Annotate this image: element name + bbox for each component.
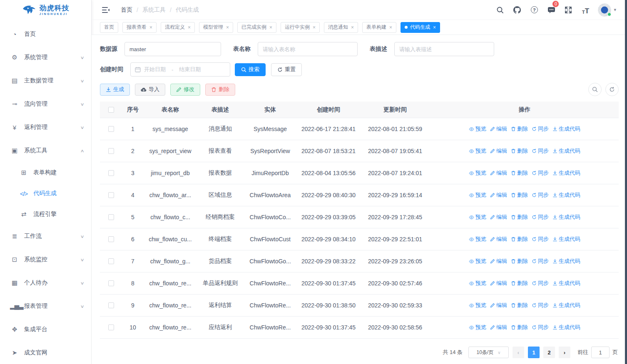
collapse-sidebar-icon[interactable] [102,6,110,14]
generate-code-link[interactable]: 生成代码 [552,169,580,177]
sync-link[interactable]: 同步 [532,147,549,155]
tab-process-def[interactable]: 流程定义 × [161,22,195,33]
row-checkbox[interactable] [108,324,114,330]
generate-code-link[interactable]: 生成代码 [552,302,580,309]
generate-code-link[interactable]: 生成代码 [552,191,580,199]
sync-link[interactable]: 同步 [532,302,549,309]
preview-link[interactable]: 预览 [469,235,486,243]
generate-code-link[interactable]: 生成代码 [552,125,580,133]
edit-link[interactable]: 编辑 [490,235,507,243]
row-checkbox[interactable] [108,236,114,242]
sidebar-item-rebate-mgmt[interactable]: ¥ 返利管理 ∨ [0,116,91,139]
generate-code-link[interactable]: 生成代码 [552,213,580,221]
row-checkbox[interactable] [108,170,114,176]
table-desc-input[interactable] [394,42,494,56]
row-checkbox[interactable] [108,280,114,286]
delete-link[interactable]: 删除 [511,324,528,331]
preview-link[interactable]: 预览 [469,191,486,199]
delete-link[interactable]: 删除 [511,258,528,265]
delete-link[interactable]: 删除 [511,191,528,199]
row-checkbox[interactable] [108,302,114,308]
modify-button[interactable]: 修改 [170,84,200,96]
row-checkbox[interactable] [108,258,114,264]
tab-finished-instances[interactable]: 已完成实例 × [237,22,276,33]
tab-code-gen[interactable]: 代码生成 × [401,22,440,33]
edit-link[interactable]: 编辑 [490,302,507,309]
close-tab-icon[interactable]: × [351,25,354,30]
message-icon[interactable]: 0 [547,5,556,15]
sync-link[interactable]: 同步 [532,280,549,287]
generate-code-link[interactable]: 生成代码 [552,280,580,287]
close-tab-icon[interactable]: × [433,25,436,30]
close-tab-icon[interactable]: × [226,25,229,30]
row-checkbox[interactable] [108,214,114,220]
edit-link[interactable]: 编辑 [490,324,507,331]
page-size-select[interactable]: 10条/页 ∨ [468,347,509,358]
generate-code-link[interactable]: 生成代码 [552,235,580,243]
row-checkbox[interactable] [108,148,114,154]
fullscreen-icon[interactable] [564,5,573,15]
generate-code-link[interactable]: 生成代码 [552,258,580,265]
prev-page-button[interactable]: ‹ [513,347,524,358]
delete-link[interactable]: 删除 [511,235,528,243]
next-page-button[interactable]: › [559,347,570,358]
reset-button[interactable]: 重置 [271,63,302,76]
edit-link[interactable]: 编辑 [490,147,507,155]
sidebar-item-system-mgmt[interactable]: ⚙ 系统管理 ∨ [0,46,91,69]
delete-link[interactable]: 删除 [511,147,528,155]
font-size-icon[interactable]: TT [581,5,590,15]
sync-link[interactable]: 同步 [532,213,549,221]
search-button[interactable]: 搜索 [235,63,266,76]
sidebar-item-master-data[interactable]: ▤ 主数据管理 ∨ [0,69,91,92]
select-all-checkbox[interactable] [108,107,114,113]
search-icon[interactable] [495,5,505,15]
sidebar-item-form-builder[interactable]: ⊞ 表单构建 [0,162,91,183]
sidebar-item-process-engine[interactable]: ⇄ 流程引擎 [0,204,91,225]
table-refresh-icon[interactable] [605,83,619,96]
close-tab-icon[interactable]: × [389,25,392,30]
delete-link[interactable]: 删除 [511,169,528,177]
tab-home[interactable]: 首页 [100,22,118,33]
sidebar-item-personal-todo[interactable]: ▦ 个人待办 ∨ [0,271,91,295]
edit-link[interactable]: 编辑 [490,213,507,221]
sync-link[interactable]: 同步 [532,235,549,243]
datasource-input[interactable] [124,42,221,56]
import-button[interactable]: 导入 [135,84,165,96]
preview-link[interactable]: 预览 [469,213,486,221]
goto-page-input[interactable] [591,347,610,358]
window-scrollbar[interactable] [625,0,627,364]
sidebar-item-official-site[interactable]: ➤ 成文官网 [0,341,91,364]
github-icon[interactable] [513,5,522,15]
close-tab-icon[interactable]: × [313,25,316,30]
edit-link[interactable]: 编辑 [490,258,507,265]
preview-link[interactable]: 预览 [469,125,486,133]
edit-link[interactable]: 编辑 [490,125,507,133]
sidebar-item-report-mgmt[interactable]: ▂▅▃ 报表管理 ∨ [0,295,91,318]
tab-message-notify[interactable]: 消息通知 × [324,22,358,33]
preview-link[interactable]: 预览 [469,258,486,265]
sidebar-item-system-monitor[interactable]: ⊡ 系统监控 ∨ [0,248,91,271]
sidebar-item-home[interactable]: ◔ 首页 [0,22,91,46]
avatar[interactable] [598,3,611,17]
generate-button[interactable]: 生成 [100,84,130,96]
help-icon[interactable]: ? [530,5,539,15]
caret-down-icon[interactable]: ▾ [614,7,616,12]
tab-report-view[interactable]: 报表查看 × [122,22,157,33]
preview-link[interactable]: 预览 [469,147,486,155]
sync-link[interactable]: 同步 [532,258,549,265]
sidebar-item-code-gen[interactable]: </> 代码生成 [0,183,91,204]
date-range-picker[interactable]: 开始日期 - 结束日期 [130,62,230,77]
sync-link[interactable]: 同步 [532,324,549,331]
sidebar-item-integration-platform[interactable]: ✥ 集成平台 [0,318,91,341]
user-menu[interactable]: ▾ [598,3,616,17]
delete-link[interactable]: 删除 [511,213,528,221]
close-tab-icon[interactable]: × [188,25,191,30]
delete-link[interactable]: 删除 [511,280,528,287]
sidebar-item-workflow[interactable]: ≣ 工作流 ∨ [0,225,91,248]
page-button-1[interactable]: 1 [528,347,540,358]
delete-button[interactable]: 删除 [205,84,235,96]
table-name-input[interactable] [258,42,358,56]
breadcrumb-home[interactable]: 首页 [121,6,132,14]
close-tab-icon[interactable]: × [269,25,272,30]
row-checkbox[interactable] [108,126,114,132]
